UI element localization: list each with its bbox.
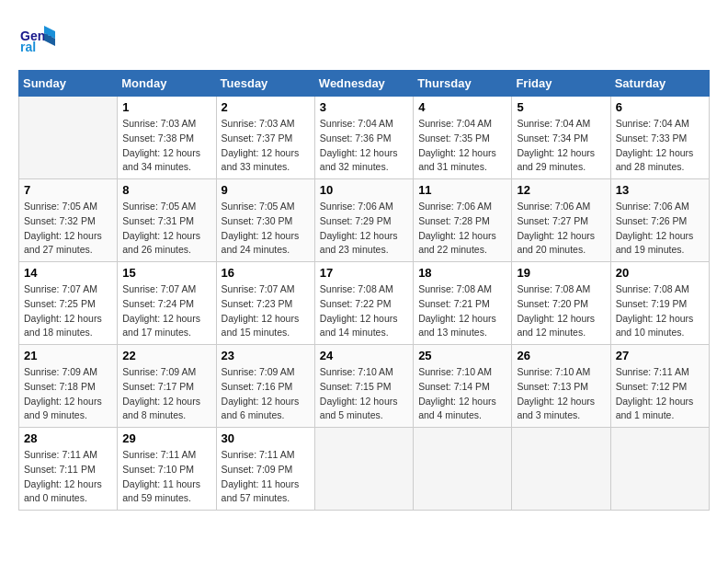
calendar-cell: [414, 428, 512, 511]
day-number: 25: [418, 349, 506, 362]
calendar-cell: 7Sunrise: 7:05 AM Sunset: 7:32 PM Daylig…: [19, 179, 118, 262]
cell-info: Sunrise: 7:06 AM Sunset: 7:27 PM Dayligh…: [517, 200, 605, 258]
cell-info: Sunrise: 7:08 AM Sunset: 7:21 PM Dayligh…: [418, 282, 506, 340]
calendar-cell: 30Sunrise: 7:11 AM Sunset: 7:09 PM Dayli…: [216, 428, 314, 511]
cell-info: Sunrise: 7:10 AM Sunset: 7:15 PM Dayligh…: [320, 365, 408, 423]
calendar-cell: 9Sunrise: 7:05 AM Sunset: 7:30 PM Daylig…: [216, 179, 314, 262]
cell-info: Sunrise: 7:11 AM Sunset: 7:10 PM Dayligh…: [122, 448, 210, 506]
day-number: 23: [222, 349, 310, 362]
day-number: 6: [616, 100, 704, 114]
header-monday: Monday: [118, 71, 216, 97]
day-number: 16: [222, 266, 310, 280]
calendar-cell: 13Sunrise: 7:06 AM Sunset: 7:26 PM Dayli…: [610, 179, 709, 262]
calendar-table: SundayMondayTuesdayWednesdayThursdayFrid…: [18, 70, 710, 511]
header-saturday: Saturday: [610, 71, 709, 97]
logo: Gene ral: [18, 18, 59, 55]
calendar-cell: 6Sunrise: 7:04 AM Sunset: 7:33 PM Daylig…: [610, 97, 709, 179]
cell-info: Sunrise: 7:08 AM Sunset: 7:22 PM Dayligh…: [320, 282, 408, 340]
day-number: 4: [418, 100, 506, 114]
calendar-week-5: 28Sunrise: 7:11 AM Sunset: 7:11 PM Dayli…: [19, 428, 710, 511]
calendar-cell: 10Sunrise: 7:06 AM Sunset: 7:29 PM Dayli…: [314, 179, 413, 262]
calendar-week-4: 21Sunrise: 7:09 AM Sunset: 7:18 PM Dayli…: [19, 345, 710, 428]
day-number: 28: [24, 431, 112, 445]
day-number: 15: [122, 266, 210, 280]
day-number: 22: [122, 349, 210, 362]
calendar-cell: 4Sunrise: 7:04 AM Sunset: 7:35 PM Daylig…: [414, 97, 512, 179]
calendar-cell: 27Sunrise: 7:11 AM Sunset: 7:12 PM Dayli…: [610, 345, 709, 428]
header-sunday: Sunday: [19, 71, 118, 97]
cell-info: Sunrise: 7:09 AM Sunset: 7:16 PM Dayligh…: [222, 365, 310, 423]
day-number: 9: [222, 183, 310, 197]
calendar-cell: 28Sunrise: 7:11 AM Sunset: 7:11 PM Dayli…: [19, 428, 118, 511]
calendar-header-row: SundayMondayTuesdayWednesdayThursdayFrid…: [19, 71, 710, 97]
day-number: 8: [122, 183, 210, 197]
calendar-cell: 3Sunrise: 7:04 AM Sunset: 7:36 PM Daylig…: [314, 97, 413, 179]
calendar-cell: 29Sunrise: 7:11 AM Sunset: 7:10 PM Dayli…: [118, 428, 216, 511]
day-number: 26: [517, 349, 605, 362]
cell-info: Sunrise: 7:05 AM Sunset: 7:31 PM Dayligh…: [122, 200, 210, 258]
cell-info: Sunrise: 7:04 AM Sunset: 7:35 PM Dayligh…: [418, 117, 506, 175]
cell-info: Sunrise: 7:04 AM Sunset: 7:34 PM Dayligh…: [517, 117, 605, 175]
day-number: 20: [616, 266, 704, 280]
calendar-cell: 18Sunrise: 7:08 AM Sunset: 7:21 PM Dayli…: [414, 262, 512, 345]
calendar-cell: 16Sunrise: 7:07 AM Sunset: 7:23 PM Dayli…: [216, 262, 314, 345]
header-tuesday: Tuesday: [216, 71, 314, 97]
day-number: 17: [320, 266, 408, 280]
day-number: 12: [517, 183, 605, 197]
header-wednesday: Wednesday: [314, 71, 413, 97]
calendar-week-3: 14Sunrise: 7:07 AM Sunset: 7:25 PM Dayli…: [19, 262, 710, 345]
day-number: 13: [616, 183, 704, 197]
cell-info: Sunrise: 7:08 AM Sunset: 7:20 PM Dayligh…: [517, 282, 605, 340]
cell-info: Sunrise: 7:06 AM Sunset: 7:29 PM Dayligh…: [320, 200, 408, 258]
day-number: 24: [320, 349, 408, 362]
calendar-cell: 11Sunrise: 7:06 AM Sunset: 7:28 PM Dayli…: [414, 179, 512, 262]
cell-info: Sunrise: 7:08 AM Sunset: 7:19 PM Dayligh…: [616, 282, 704, 340]
cell-info: Sunrise: 7:05 AM Sunset: 7:32 PM Dayligh…: [24, 200, 112, 258]
day-number: 21: [24, 349, 112, 362]
calendar-cell: 23Sunrise: 7:09 AM Sunset: 7:16 PM Dayli…: [216, 345, 314, 428]
day-number: 11: [418, 183, 506, 197]
day-number: 10: [320, 183, 408, 197]
calendar-cell: 1Sunrise: 7:03 AM Sunset: 7:38 PM Daylig…: [118, 97, 216, 179]
day-number: 7: [24, 183, 112, 197]
cell-info: Sunrise: 7:10 AM Sunset: 7:14 PM Dayligh…: [418, 365, 506, 423]
calendar-cell: 12Sunrise: 7:06 AM Sunset: 7:27 PM Dayli…: [512, 179, 610, 262]
cell-info: Sunrise: 7:07 AM Sunset: 7:23 PM Dayligh…: [222, 282, 310, 340]
cell-info: Sunrise: 7:06 AM Sunset: 7:28 PM Dayligh…: [418, 200, 506, 258]
header-friday: Friday: [512, 71, 610, 97]
day-number: 5: [517, 100, 605, 114]
calendar-cell: 22Sunrise: 7:09 AM Sunset: 7:17 PM Dayli…: [118, 345, 216, 428]
day-number: 1: [122, 100, 210, 114]
day-number: 14: [24, 266, 112, 280]
calendar-cell: 8Sunrise: 7:05 AM Sunset: 7:31 PM Daylig…: [118, 179, 216, 262]
cell-info: Sunrise: 7:03 AM Sunset: 7:38 PM Dayligh…: [122, 117, 210, 175]
day-number: 3: [320, 100, 408, 114]
calendar-cell: 2Sunrise: 7:03 AM Sunset: 7:37 PM Daylig…: [216, 97, 314, 179]
cell-info: Sunrise: 7:04 AM Sunset: 7:36 PM Dayligh…: [320, 117, 408, 175]
logo-icon: Gene ral: [18, 18, 55, 55]
calendar-cell: 19Sunrise: 7:08 AM Sunset: 7:20 PM Dayli…: [512, 262, 610, 345]
calendar-cell: [314, 428, 413, 511]
day-number: 2: [222, 100, 310, 114]
cell-info: Sunrise: 7:03 AM Sunset: 7:37 PM Dayligh…: [222, 117, 310, 175]
calendar-cell: 24Sunrise: 7:10 AM Sunset: 7:15 PM Dayli…: [314, 345, 413, 428]
header-thursday: Thursday: [414, 71, 512, 97]
cell-info: Sunrise: 7:05 AM Sunset: 7:30 PM Dayligh…: [222, 200, 310, 258]
calendar-cell: [512, 428, 610, 511]
calendar-week-1: 1Sunrise: 7:03 AM Sunset: 7:38 PM Daylig…: [19, 97, 710, 179]
calendar-cell: [610, 428, 709, 511]
cell-info: Sunrise: 7:07 AM Sunset: 7:24 PM Dayligh…: [122, 282, 210, 340]
day-number: 27: [616, 349, 704, 362]
cell-info: Sunrise: 7:09 AM Sunset: 7:18 PM Dayligh…: [24, 365, 112, 423]
cell-info: Sunrise: 7:11 AM Sunset: 7:12 PM Dayligh…: [616, 365, 704, 423]
day-number: 19: [517, 266, 605, 280]
calendar-cell: 5Sunrise: 7:04 AM Sunset: 7:34 PM Daylig…: [512, 97, 610, 179]
calendar-cell: 21Sunrise: 7:09 AM Sunset: 7:18 PM Dayli…: [19, 345, 118, 428]
calendar-cell: 14Sunrise: 7:07 AM Sunset: 7:25 PM Dayli…: [19, 262, 118, 345]
cell-info: Sunrise: 7:06 AM Sunset: 7:26 PM Dayligh…: [616, 200, 704, 258]
cell-info: Sunrise: 7:07 AM Sunset: 7:25 PM Dayligh…: [24, 282, 112, 340]
calendar-cell: 15Sunrise: 7:07 AM Sunset: 7:24 PM Dayli…: [118, 262, 216, 345]
cell-info: Sunrise: 7:09 AM Sunset: 7:17 PM Dayligh…: [122, 365, 210, 423]
calendar-cell: 25Sunrise: 7:10 AM Sunset: 7:14 PM Dayli…: [414, 345, 512, 428]
cell-info: Sunrise: 7:11 AM Sunset: 7:11 PM Dayligh…: [24, 448, 112, 506]
